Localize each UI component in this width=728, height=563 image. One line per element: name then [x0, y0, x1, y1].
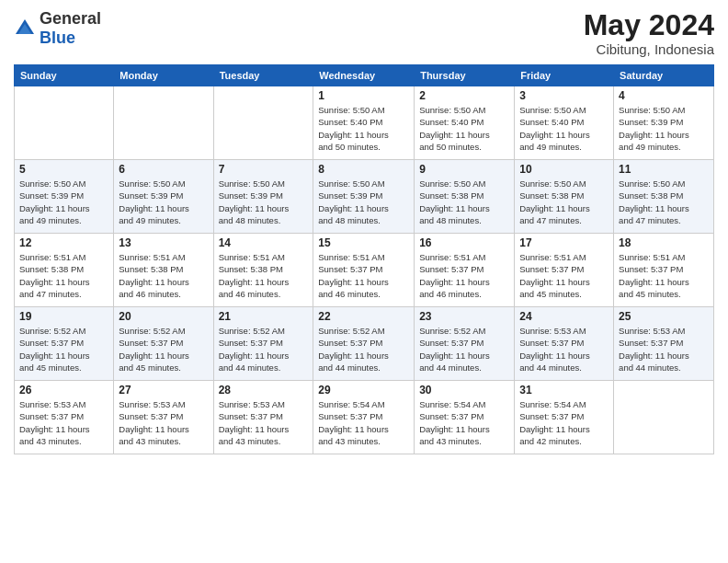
day-number: 15: [318, 236, 409, 249]
day-number: 16: [419, 236, 509, 249]
logo-text: General Blue: [40, 9, 101, 48]
day-number: 24: [519, 310, 609, 323]
calendar-cell-w1-d6: 4Sunrise: 5:50 AM Sunset: 5:39 PM Daylig…: [614, 86, 714, 160]
calendar-cell-w4-d2: 21Sunrise: 5:52 AM Sunset: 5:37 PM Dayli…: [213, 307, 313, 381]
day-number: 2: [419, 89, 509, 102]
day-number: 25: [619, 310, 709, 323]
calendar-cell-w4-d6: 25Sunrise: 5:53 AM Sunset: 5:37 PM Dayli…: [614, 307, 714, 381]
day-info: Sunrise: 5:52 AM Sunset: 5:37 PM Dayligh…: [119, 325, 208, 373]
calendar-cell-w3-d3: 15Sunrise: 5:51 AM Sunset: 5:37 PM Dayli…: [313, 234, 415, 307]
col-saturday: Saturday: [614, 65, 714, 86]
day-info: Sunrise: 5:54 AM Sunset: 5:37 PM Dayligh…: [318, 398, 409, 447]
day-number: 27: [119, 384, 208, 396]
calendar-cell-w2-d3: 8Sunrise: 5:50 AM Sunset: 5:39 PM Daylig…: [313, 160, 415, 234]
calendar-cell-w3-d0: 12Sunrise: 5:51 AM Sunset: 5:38 PM Dayli…: [15, 234, 114, 307]
day-number: 4: [619, 89, 709, 102]
day-number: 21: [219, 310, 309, 323]
day-number: 11: [619, 163, 709, 176]
day-info: Sunrise: 5:53 AM Sunset: 5:37 PM Dayligh…: [19, 398, 108, 447]
logo-blue: Blue: [40, 29, 75, 47]
day-number: 1: [318, 89, 409, 102]
day-info: Sunrise: 5:52 AM Sunset: 5:37 PM Dayligh…: [419, 325, 509, 373]
day-info: Sunrise: 5:50 AM Sunset: 5:38 PM Dayligh…: [419, 178, 509, 226]
calendar-cell-w2-d4: 9Sunrise: 5:50 AM Sunset: 5:38 PM Daylig…: [415, 160, 515, 234]
col-friday: Friday: [515, 65, 614, 86]
day-info: Sunrise: 5:53 AM Sunset: 5:37 PM Dayligh…: [519, 325, 609, 373]
calendar: Sunday Monday Tuesday Wednesday Thursday…: [14, 64, 714, 454]
day-info: Sunrise: 5:50 AM Sunset: 5:39 PM Dayligh…: [619, 104, 709, 153]
calendar-cell-w2-d0: 5Sunrise: 5:50 AM Sunset: 5:39 PM Daylig…: [15, 160, 114, 234]
day-number: 12: [19, 236, 108, 249]
calendar-cell-w4-d5: 24Sunrise: 5:53 AM Sunset: 5:37 PM Dayli…: [515, 307, 614, 381]
week-row-5: 26Sunrise: 5:53 AM Sunset: 5:37 PM Dayli…: [15, 381, 714, 454]
day-info: Sunrise: 5:50 AM Sunset: 5:38 PM Dayligh…: [519, 178, 609, 226]
calendar-cell-w1-d3: 1Sunrise: 5:50 AM Sunset: 5:40 PM Daylig…: [313, 86, 415, 160]
calendar-cell-w4-d3: 22Sunrise: 5:52 AM Sunset: 5:37 PM Dayli…: [313, 307, 415, 381]
day-info: Sunrise: 5:50 AM Sunset: 5:39 PM Dayligh…: [119, 178, 208, 226]
calendar-cell-w5-d5: 31Sunrise: 5:54 AM Sunset: 5:37 PM Dayli…: [515, 381, 614, 454]
location: Cibitung, Indonesia: [584, 41, 714, 57]
title-block: May 2024 Cibitung, Indonesia: [584, 9, 714, 57]
calendar-cell-w3-d2: 14Sunrise: 5:51 AM Sunset: 5:38 PM Dayli…: [213, 234, 313, 307]
day-info: Sunrise: 5:54 AM Sunset: 5:37 PM Dayligh…: [419, 398, 509, 447]
day-info: Sunrise: 5:52 AM Sunset: 5:37 PM Dayligh…: [219, 325, 309, 373]
day-info: Sunrise: 5:53 AM Sunset: 5:37 PM Dayligh…: [619, 325, 709, 373]
week-row-1: 1Sunrise: 5:50 AM Sunset: 5:40 PM Daylig…: [15, 86, 714, 160]
day-info: Sunrise: 5:51 AM Sunset: 5:37 PM Dayligh…: [519, 251, 609, 300]
calendar-cell-w5-d3: 29Sunrise: 5:54 AM Sunset: 5:37 PM Dayli…: [313, 381, 415, 454]
page: General Blue May 2024 Cibitung, Indonesi…: [0, 0, 728, 464]
calendar-cell-w4-d4: 23Sunrise: 5:52 AM Sunset: 5:37 PM Dayli…: [415, 307, 515, 381]
calendar-cell-w2-d5: 10Sunrise: 5:50 AM Sunset: 5:38 PM Dayli…: [515, 160, 614, 234]
col-sunday: Sunday: [15, 65, 114, 86]
col-thursday: Thursday: [415, 65, 515, 86]
week-row-4: 19Sunrise: 5:52 AM Sunset: 5:37 PM Dayli…: [15, 307, 714, 381]
day-info: Sunrise: 5:51 AM Sunset: 5:37 PM Dayligh…: [318, 251, 409, 300]
day-info: Sunrise: 5:51 AM Sunset: 5:38 PM Dayligh…: [219, 251, 309, 300]
day-info: Sunrise: 5:52 AM Sunset: 5:37 PM Dayligh…: [19, 325, 108, 373]
calendar-cell-w2-d1: 6Sunrise: 5:50 AM Sunset: 5:39 PM Daylig…: [114, 160, 213, 234]
col-tuesday: Tuesday: [213, 65, 313, 86]
calendar-cell-w5-d2: 28Sunrise: 5:53 AM Sunset: 5:37 PM Dayli…: [213, 381, 313, 454]
day-info: Sunrise: 5:53 AM Sunset: 5:37 PM Dayligh…: [119, 398, 208, 447]
day-number: 8: [318, 163, 409, 176]
calendar-cell-w3-d4: 16Sunrise: 5:51 AM Sunset: 5:37 PM Dayli…: [415, 234, 515, 307]
day-info: Sunrise: 5:54 AM Sunset: 5:37 PM Dayligh…: [519, 398, 609, 447]
calendar-cell-w2-d2: 7Sunrise: 5:50 AM Sunset: 5:39 PM Daylig…: [213, 160, 313, 234]
day-info: Sunrise: 5:50 AM Sunset: 5:39 PM Dayligh…: [19, 178, 108, 226]
day-info: Sunrise: 5:50 AM Sunset: 5:40 PM Dayligh…: [419, 104, 509, 153]
calendar-cell-w1-d2: [213, 86, 313, 160]
day-number: 22: [318, 310, 409, 323]
week-row-3: 12Sunrise: 5:51 AM Sunset: 5:38 PM Dayli…: [15, 234, 714, 307]
calendar-cell-w4-d1: 20Sunrise: 5:52 AM Sunset: 5:37 PM Dayli…: [114, 307, 213, 381]
col-wednesday: Wednesday: [313, 65, 415, 86]
day-info: Sunrise: 5:51 AM Sunset: 5:37 PM Dayligh…: [619, 251, 709, 300]
day-number: 6: [119, 163, 208, 176]
day-number: 17: [519, 236, 609, 249]
calendar-cell-w5-d1: 27Sunrise: 5:53 AM Sunset: 5:37 PM Dayli…: [114, 381, 213, 454]
day-number: 23: [419, 310, 509, 323]
logo-icon: [14, 17, 36, 40]
header: General Blue May 2024 Cibitung, Indonesi…: [14, 9, 714, 57]
day-number: 19: [19, 310, 108, 323]
calendar-cell-w3-d6: 18Sunrise: 5:51 AM Sunset: 5:37 PM Dayli…: [614, 234, 714, 307]
day-number: 3: [519, 89, 609, 102]
calendar-cell-w2-d6: 11Sunrise: 5:50 AM Sunset: 5:38 PM Dayli…: [614, 160, 714, 234]
day-info: Sunrise: 5:50 AM Sunset: 5:40 PM Dayligh…: [318, 104, 409, 153]
calendar-cell-w1-d0: [15, 86, 114, 160]
day-number: 18: [619, 236, 709, 249]
day-number: 26: [19, 384, 108, 396]
day-info: Sunrise: 5:50 AM Sunset: 5:39 PM Dayligh…: [219, 178, 309, 226]
logo-general: General: [40, 9, 101, 28]
calendar-cell-w3-d1: 13Sunrise: 5:51 AM Sunset: 5:38 PM Dayli…: [114, 234, 213, 307]
day-number: 7: [219, 163, 309, 176]
day-number: 13: [119, 236, 208, 249]
logo: General Blue: [14, 9, 101, 48]
day-number: 30: [419, 384, 509, 396]
month-year: May 2024: [584, 9, 714, 41]
day-number: 29: [318, 384, 409, 396]
col-monday: Monday: [114, 65, 213, 86]
day-info: Sunrise: 5:51 AM Sunset: 5:38 PM Dayligh…: [19, 251, 108, 300]
day-number: 28: [219, 384, 309, 396]
day-number: 31: [519, 384, 609, 396]
day-info: Sunrise: 5:51 AM Sunset: 5:37 PM Dayligh…: [419, 251, 509, 300]
